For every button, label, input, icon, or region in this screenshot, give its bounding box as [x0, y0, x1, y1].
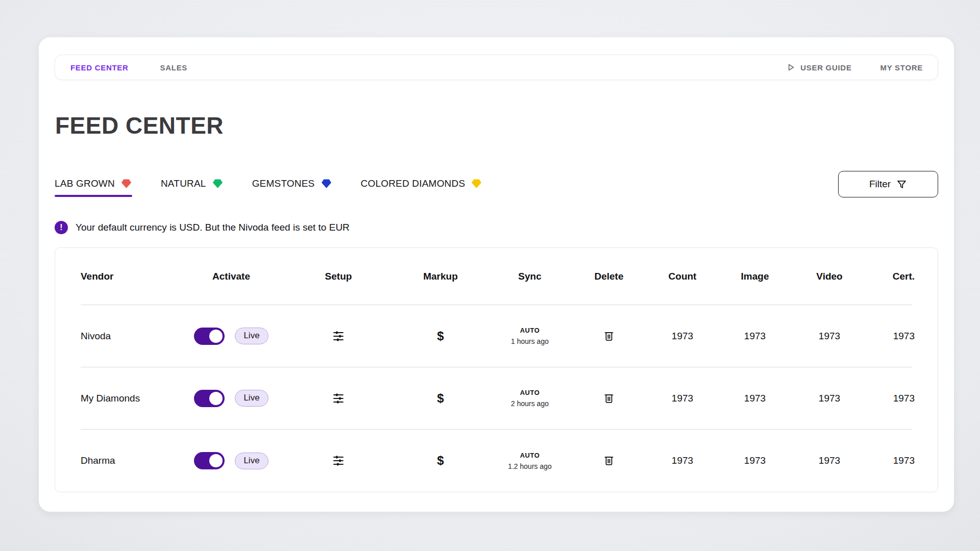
tab-label: NATURAL — [161, 178, 206, 189]
video-count: 1973 — [792, 455, 867, 466]
nav-item-feed-center[interactable]: FEED CENTER — [70, 63, 129, 72]
exclamation-icon: ! — [55, 221, 68, 234]
tab-label: LAB GROWN — [55, 178, 115, 189]
table-header-row: Vendor Activate Setup Markup Sync Delete… — [81, 248, 912, 305]
column-header-video: Video — [792, 271, 867, 282]
column-header-sync: Sync — [489, 271, 571, 282]
sync-time: 1 hours ago — [511, 337, 549, 345]
feed-center-card: FEED CENTER SALES USER GUIDE MY STORE FE… — [39, 37, 954, 512]
gem-icon-yellow — [471, 179, 482, 189]
setup-sliders-icon[interactable] — [332, 392, 345, 405]
status-badge: Live — [235, 328, 268, 344]
filter-funnel-icon — [896, 179, 907, 190]
tab-lab-grown[interactable]: LAB GROWN — [55, 178, 132, 190]
table-row-nivoda: Nivoda Live $ AUTO — [81, 305, 912, 367]
vendor-name: Nivoda — [81, 331, 178, 342]
status-badge: Live — [235, 390, 268, 407]
nav-item-sales[interactable]: SALES — [160, 63, 188, 72]
markup-dollar-icon[interactable]: $ — [437, 391, 444, 406]
column-header-image: Image — [718, 271, 792, 282]
play-icon — [786, 62, 796, 72]
filter-button[interactable]: Filter — [838, 171, 938, 197]
vendor-name: My Diamonds — [81, 393, 178, 404]
column-header-cert: Cert. — [867, 271, 915, 282]
sync-time: 1.2 hours ago — [508, 462, 552, 470]
nav-item-user-guide[interactable]: USER GUIDE — [786, 62, 851, 72]
sync-mode: AUTO — [520, 452, 540, 459]
sync-time: 2 hours ago — [511, 399, 549, 408]
cert-count: 1973 — [867, 455, 915, 466]
column-header-setup: Setup — [285, 271, 392, 282]
tabs-row: LAB GROWN NATURAL GEMSTONES COLORED DIAM… — [55, 171, 938, 197]
video-count: 1973 — [792, 393, 867, 404]
sync-mode: AUTO — [520, 389, 540, 396]
markup-dollar-icon[interactable]: $ — [437, 454, 444, 468]
column-header-delete: Delete — [571, 271, 647, 282]
nav-left-group: FEED CENTER SALES — [70, 63, 219, 72]
tab-label: GEMSTONES — [252, 178, 315, 189]
delete-trash-icon[interactable] — [603, 392, 615, 405]
delete-trash-icon[interactable] — [603, 330, 615, 342]
setup-sliders-icon[interactable] — [332, 455, 345, 467]
sync-cell: AUTO 1 hours ago — [489, 327, 571, 345]
activate-toggle[interactable] — [194, 390, 225, 407]
sync-cell: AUTO 2 hours ago — [489, 389, 571, 408]
sync-cell: AUTO 1.2 hours ago — [489, 452, 571, 470]
video-count: 1973 — [792, 331, 867, 342]
tab-label: COLORED DIAMONDS — [361, 178, 465, 189]
count-value: 1973 — [647, 393, 718, 404]
markup-dollar-icon[interactable]: $ — [437, 329, 444, 343]
column-header-vendor: Vendor — [81, 271, 178, 282]
nav-item-label: USER GUIDE — [800, 63, 851, 72]
count-value: 1973 — [647, 331, 718, 342]
column-header-activate: Activate — [178, 271, 285, 282]
delete-trash-icon[interactable] — [603, 455, 615, 467]
table-row-my-diamonds: My Diamonds Live $ A — [81, 367, 912, 430]
count-value: 1973 — [647, 455, 718, 466]
sync-mode: AUTO — [520, 327, 540, 334]
currency-alert: ! Your default currency is USD. But the … — [55, 221, 938, 234]
page-title: FEED CENTER — [55, 112, 938, 139]
alert-text: Your default currency is USD. But the Ni… — [76, 222, 350, 233]
tab-colored-diamonds[interactable]: COLORED DIAMONDS — [361, 178, 483, 190]
nav-right-group: USER GUIDE MY STORE — [757, 62, 923, 72]
tab-gemstones[interactable]: GEMSTONES — [252, 178, 332, 190]
image-count: 1973 — [718, 393, 792, 404]
cert-count: 1973 — [867, 393, 915, 404]
nav-item-my-store[interactable]: MY STORE — [880, 63, 923, 72]
gem-icon-green — [212, 179, 224, 189]
column-header-count: Count — [647, 271, 718, 282]
status-badge: Live — [235, 453, 268, 469]
column-header-markup: Markup — [392, 271, 489, 282]
category-tabs: LAB GROWN NATURAL GEMSTONES COLORED DIAM… — [55, 178, 511, 190]
image-count: 1973 — [718, 455, 792, 466]
vendors-table: Vendor Activate Setup Markup Sync Delete… — [55, 247, 938, 492]
gem-icon-red — [120, 179, 132, 189]
setup-sliders-icon[interactable] — [332, 330, 345, 342]
image-count: 1973 — [718, 331, 792, 342]
gem-icon-blue — [321, 179, 332, 189]
cert-count: 1973 — [867, 331, 915, 342]
activate-toggle[interactable] — [194, 328, 225, 345]
activate-toggle[interactable] — [194, 452, 225, 469]
top-navigation: FEED CENTER SALES USER GUIDE MY STORE — [55, 55, 938, 80]
tab-natural[interactable]: NATURAL — [161, 178, 224, 190]
vendor-name: Dharma — [81, 455, 178, 466]
table-row-dharma: Dharma Live $ AUTO — [81, 430, 912, 492]
filter-button-label: Filter — [869, 179, 891, 190]
